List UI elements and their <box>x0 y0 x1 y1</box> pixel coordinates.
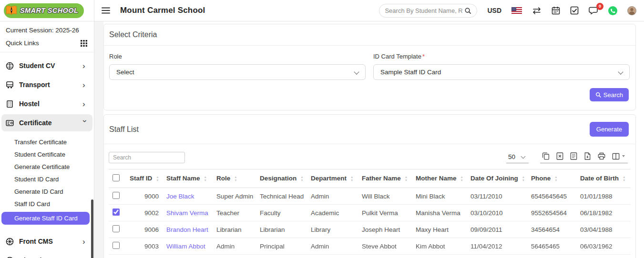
currency-selector[interactable]: USD <box>487 7 501 14</box>
sidebar-scrollbar[interactable] <box>91 199 93 258</box>
avatar <box>627 6 636 15</box>
submenu-item-transfer-certificate[interactable]: Transfer Certificate <box>0 136 94 149</box>
submenu-item-student-id-card[interactable]: Student ID Card <box>0 173 94 186</box>
role-select[interactable]: Select <box>109 64 366 80</box>
mother-name-cell: Maxy Heart <box>412 221 467 238</box>
calendar-button[interactable] <box>552 6 560 15</box>
hamburger-menu-icon[interactable] <box>101 7 111 14</box>
sidebar-item-transport[interactable]: Transport <box>0 75 94 94</box>
sort-icon[interactable] <box>234 176 237 182</box>
sidebar-item-label: Front CMS <box>19 238 82 245</box>
session-switch-button[interactable] <box>532 7 542 14</box>
user-menu[interactable] <box>627 6 636 15</box>
select-criteria-title: Select Criteria <box>104 24 635 46</box>
sort-icon[interactable] <box>350 176 353 182</box>
alumni-person-icon <box>6 257 14 258</box>
sidebar-item-hostel[interactable]: Hostel <box>0 94 94 113</box>
row-checkbox[interactable] <box>112 242 120 249</box>
mother-name-cell: Arya Sharlton <box>412 255 467 258</box>
submenu-item-generate-staff-id-card[interactable]: Generate Staff ID Card <box>1 212 90 225</box>
column-header[interactable]: Department <box>311 175 347 182</box>
app-logo[interactable]: SMART SCHOOL <box>4 3 84 18</box>
phone-cell: 46546654564 <box>527 255 576 258</box>
generate-button[interactable]: Generate <box>590 122 629 137</box>
staff-name-link[interactable]: William Abbot <box>166 243 205 250</box>
tasks-button[interactable] <box>570 6 579 15</box>
column-header[interactable]: Staff ID <box>130 175 152 182</box>
select-criteria-panel: Select Criteria Role Select ID Card Temp… <box>103 24 636 110</box>
chevron-right-icon <box>82 238 87 246</box>
logo-wordmark: SMART SCHOOL <box>20 7 78 14</box>
print-icon[interactable] <box>598 152 605 160</box>
father-name-cell: Steve Abbot <box>358 238 412 255</box>
department-cell: Admin <box>307 238 358 255</box>
excel-export-icon[interactable] <box>556 152 563 160</box>
submenu-item-generate-certificate[interactable]: Generate Certificate <box>0 161 94 173</box>
mother-name-cell: Kim Abbot <box>412 238 467 255</box>
global-search-input[interactable] <box>385 7 464 14</box>
date-of-joining-cell: 03/11/2010 <box>467 188 527 205</box>
quick-links-grid-icon[interactable] <box>81 40 87 47</box>
column-header[interactable]: Mother Name <box>416 175 457 182</box>
pdf-export-icon[interactable] <box>584 152 591 160</box>
row-checkbox[interactable] <box>112 208 120 216</box>
sidebar-item-certificate[interactable]: Certificate <box>1 114 92 131</box>
search-button[interactable]: Search <box>590 88 629 101</box>
whatsapp-button[interactable] <box>608 6 617 15</box>
content-gutter <box>94 21 103 258</box>
sidebar-item-student-cv[interactable]: Student CV <box>0 56 94 75</box>
sort-icon[interactable] <box>204 176 207 182</box>
search-button-label: Search <box>603 91 623 99</box>
column-header[interactable]: Designation <box>260 175 296 182</box>
sidebar-item-alumni[interactable]: Alumni <box>0 251 94 258</box>
staff-id-cell: 90006 <box>126 255 163 258</box>
chevron-down-icon <box>521 154 526 159</box>
sort-icon[interactable] <box>554 176 557 182</box>
column-header[interactable]: Date of Birth <box>580 175 619 182</box>
column-header[interactable]: Father Name <box>362 175 401 182</box>
sidebar-item-front-cms[interactable]: Front CMS <box>0 232 94 251</box>
sort-icon[interactable] <box>623 176 625 182</box>
row-checkbox[interactable] <box>112 192 120 199</box>
id-card-template-select[interactable]: Sample Staff ID Card <box>373 64 630 80</box>
role-cell: Super Admin <box>213 188 256 205</box>
staff-name-link[interactable]: Shivam Verma <box>166 209 208 217</box>
calendar-icon <box>552 6 560 15</box>
date-of-joining-cell: 03/10/2010 <box>467 205 527 221</box>
sort-icon[interactable] <box>522 176 525 182</box>
table-search-input[interactable] <box>109 152 185 163</box>
sidebar-item-label: Certificate <box>19 119 82 127</box>
column-header[interactable]: Date Of Joining <box>470 175 518 182</box>
search-icon[interactable] <box>464 7 471 14</box>
staff-name-link[interactable]: Joe Black <box>166 193 194 200</box>
table-header-row: Staff ID Staff Name Role Designation Dep… <box>109 169 631 188</box>
staff-name-link[interactable]: Brandon Heart <box>166 226 208 233</box>
sort-icon[interactable] <box>405 176 408 182</box>
column-header[interactable]: Role <box>216 175 230 182</box>
column-visibility-icon[interactable] <box>612 153 620 160</box>
required-asterisk: * <box>422 53 425 60</box>
bus-icon <box>6 81 14 89</box>
submenu-item-generate-id-card[interactable]: Generate ID Card <box>0 186 94 198</box>
date-of-joining-cell: 11/04/2012 <box>467 238 527 255</box>
role-select-value: Select <box>116 69 134 76</box>
table-row: 90006 Jason Sharlton Teacher Faculty Aca… <box>109 255 631 258</box>
copy-icon[interactable] <box>542 152 550 160</box>
table-row: 9003 William Abbot Admin Principal Admin… <box>109 238 631 255</box>
sort-icon[interactable] <box>460 176 463 182</box>
messages-button[interactable]: 0 <box>589 7 598 15</box>
row-checkbox[interactable] <box>112 225 120 232</box>
role-cell: Teacher <box>213 205 256 221</box>
submenu-item-student-certificate[interactable]: Student Certificate <box>0 149 94 161</box>
page-size-select[interactable]: 50 <box>506 152 529 163</box>
sort-icon[interactable] <box>156 176 159 182</box>
csv-export-icon[interactable] <box>570 152 577 160</box>
date-of-joining-cell: 06/24/2018 <box>467 255 527 258</box>
sort-icon[interactable] <box>300 176 303 182</box>
designation-cell: Faculty <box>256 255 307 258</box>
submenu-item-staff-id-card[interactable]: Staff ID Card <box>0 198 94 210</box>
column-header[interactable]: Staff Name <box>166 175 200 182</box>
language-selector[interactable] <box>511 7 522 14</box>
select-all-checkbox[interactable] <box>112 174 120 181</box>
column-header[interactable]: Phone <box>531 175 551 182</box>
